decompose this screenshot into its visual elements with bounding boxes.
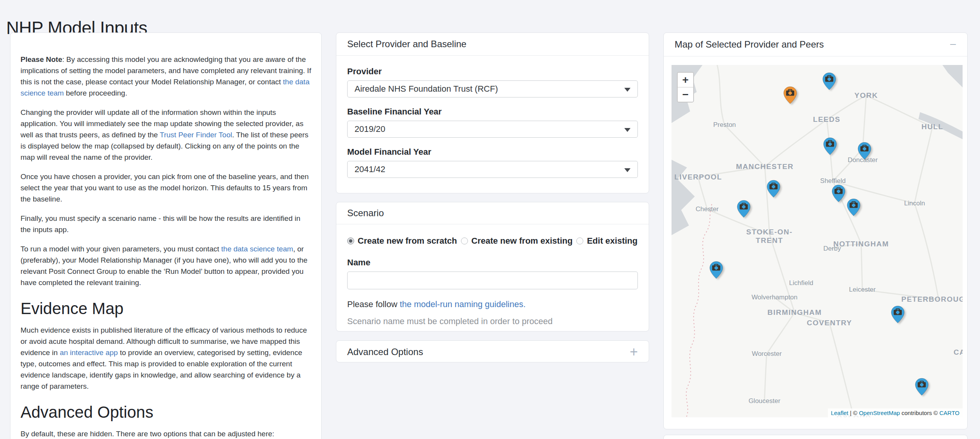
text-link[interactable]: OpenStreetMap	[859, 410, 900, 416]
text-span: To run a model with your given parameter…	[21, 245, 221, 253]
baseline-year-select[interactable]: 2019/20	[347, 121, 638, 138]
map-card-title: Map of Selected Provider and Peers	[675, 39, 824, 50]
baseline-year-label: Baseline Financial Year	[347, 107, 638, 117]
text-span: Please Note	[21, 55, 62, 63]
model-year-select-value: 2041/42	[355, 164, 385, 174]
text-span: contributors ©	[900, 410, 939, 416]
peer-provider-marker[interactable]	[891, 306, 905, 323]
intro-paragraph: Finally, you must specify a scenario nam…	[21, 213, 311, 235]
text-span: Please follow	[347, 299, 400, 309]
intro-panel: Please Note: By accessing this model you…	[10, 32, 322, 439]
intro-paragraph: By default, these are hidden. There are …	[21, 428, 311, 439]
scenario-card-title: Scenario	[347, 208, 384, 219]
text-link[interactable]: CARTO	[939, 410, 959, 416]
leaflet-map[interactable]: YORKLEEDSPrestonHULLMANCHESTERLIVERPOOLD…	[672, 65, 963, 417]
section-heading: Evidence Map	[21, 299, 311, 318]
peer-provider-marker[interactable]	[709, 261, 723, 279]
select-provider-card-title: Select Provider and Baseline	[347, 39, 466, 50]
zoom-out-button[interactable]: −	[678, 87, 693, 102]
scenario-radio-option[interactable]: Create new from existing	[461, 236, 573, 246]
provider-label: Provider	[347, 67, 638, 77]
scenario-name-input[interactable]	[347, 272, 638, 289]
map-base-tiles	[672, 65, 963, 417]
text-span: before proceeding.	[64, 89, 127, 97]
scenario-radio-label: Create new from existing	[471, 236, 573, 246]
zoom-in-button[interactable]: +	[678, 73, 693, 87]
advanced-options-header[interactable]: Advanced Options +	[336, 341, 649, 363]
section-heading: Advanced Options	[21, 403, 311, 422]
peer-provider-marker[interactable]	[915, 378, 929, 396]
scenario-name-hint: Scenario name must be completed in order…	[347, 316, 638, 326]
intro-paragraph: Once you have chosen a provider, you can…	[21, 171, 311, 205]
model-year-select[interactable]: 2041/42	[347, 161, 638, 178]
provider-select-value: Airedale NHS Foundation Trust (RCF)	[355, 84, 498, 94]
collapse-minus-icon[interactable]: −	[949, 39, 956, 50]
peer-provider-marker[interactable]	[767, 180, 780, 198]
text-link[interactable]: an interactive app	[60, 348, 118, 357]
intro-paragraph: Please Note: By accessing this model you…	[21, 54, 311, 99]
text-span: : By accessing this model you are acknow…	[21, 55, 311, 86]
map-attribution: Leaflet | © OpenStreetMap contributors ©…	[828, 408, 963, 417]
scenario-card-header: Scenario	[336, 202, 649, 224]
chevron-down-icon	[624, 168, 630, 172]
intro-paragraph: Much evidence exists in published litera…	[21, 325, 311, 392]
text-span: | ©	[848, 410, 859, 416]
naming-guidelines-help: Please follow the model-run naming guide…	[347, 299, 638, 309]
radio-unselected-icon[interactable]	[576, 237, 583, 244]
select-provider-card-header: Select Provider and Baseline	[336, 33, 649, 56]
scenario-radio-label: Create new from scratch	[358, 236, 457, 246]
scenario-card: Scenario Create new from scratchCreate n…	[336, 202, 649, 331]
chevron-down-icon	[624, 88, 630, 92]
intro-paragraph: To run a model with your given parameter…	[21, 243, 311, 288]
selected-provider-marker[interactable]	[783, 86, 797, 104]
peer-provider-marker[interactable]	[823, 137, 837, 155]
expand-plus-icon[interactable]: +	[630, 345, 638, 359]
map-zoom-control: + −	[677, 72, 694, 102]
text-link[interactable]: the data science team	[221, 245, 293, 253]
map-card-header: Map of Selected Provider and Peers −	[664, 33, 967, 56]
text-span: By default, these are hidden. There are …	[21, 430, 274, 438]
scenario-radio-option[interactable]: Edit existing	[576, 236, 637, 246]
text-span: Once you have chosen a provider, you can…	[21, 173, 309, 203]
scenario-radio-option[interactable]: Create new from scratch	[347, 236, 457, 246]
map-card: Map of Selected Provider and Peers −	[663, 32, 968, 429]
select-provider-card: Select Provider and Baseline Provider Ai…	[336, 32, 649, 193]
baseline-year-select-value: 2019/20	[355, 124, 385, 134]
chevron-down-icon	[624, 128, 630, 132]
intro-content: Please Note: By accessing this model you…	[21, 54, 311, 439]
below-map-card-peek	[663, 435, 968, 439]
radio-unselected-icon[interactable]	[461, 237, 468, 244]
scenario-name-label: Name	[347, 258, 638, 268]
text-link[interactable]: Trust Peer Finder Tool	[160, 131, 232, 139]
provider-select[interactable]: Airedale NHS Foundation Trust (RCF)	[347, 80, 638, 97]
advanced-options-card: Advanced Options +	[336, 340, 649, 362]
scenario-radio-group: Create new from scratchCreate new from e…	[347, 236, 638, 246]
text-link[interactable]: Leaflet	[831, 410, 848, 416]
text-link[interactable]: the model-run naming guidelines.	[400, 299, 526, 309]
advanced-options-title: Advanced Options	[347, 347, 423, 357]
peer-provider-marker[interactable]	[858, 142, 871, 160]
model-year-label: Model Financial Year	[347, 147, 638, 157]
radio-selected-icon[interactable]	[347, 237, 354, 244]
peer-provider-marker[interactable]	[737, 200, 750, 218]
intro-paragraph: Changing the provider will update all of…	[21, 107, 311, 163]
peer-provider-marker[interactable]	[832, 184, 845, 202]
text-span: Finally, you must specify a scenario nam…	[21, 214, 300, 234]
peer-provider-marker[interactable]	[847, 198, 860, 216]
scenario-radio-label: Edit existing	[587, 236, 637, 246]
nhp-model-inputs-page: NHP Model Inputs Please Note: By accessi…	[0, 0, 980, 439]
peer-provider-marker[interactable]	[822, 72, 836, 90]
